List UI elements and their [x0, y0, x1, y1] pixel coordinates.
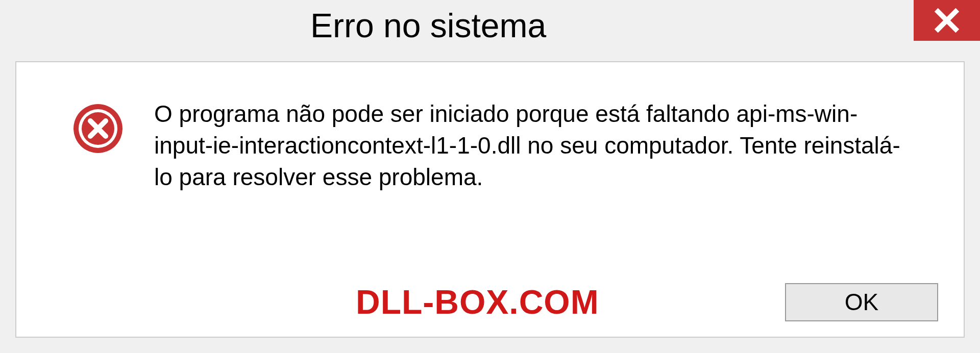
close-icon: [934, 7, 960, 34]
watermark-text: DLL-BOX.COM: [16, 283, 599, 321]
ok-button-label: OK: [845, 288, 878, 316]
error-dialog: Erro no sistema O programa não pode ser …: [0, 0, 980, 353]
error-message: O programa não pode ser iniciado porque …: [154, 98, 933, 193]
dialog-footer: DLL-BOX.COM OK: [16, 283, 964, 321]
titlebar: Erro no sistema: [0, 0, 980, 51]
ok-button[interactable]: OK: [785, 283, 938, 321]
content-area: O programa não pode ser iniciado porque …: [15, 61, 965, 338]
dialog-title: Erro no sistema: [0, 6, 546, 45]
message-row: O programa não pode ser iniciado porque …: [16, 62, 964, 213]
error-icon: [72, 98, 124, 156]
close-button[interactable]: [914, 0, 980, 41]
